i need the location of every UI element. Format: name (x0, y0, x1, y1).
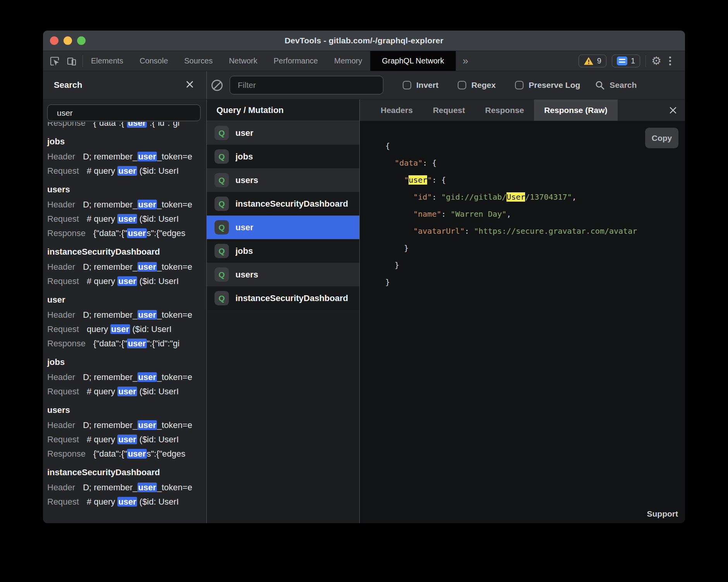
search-result-line[interactable]: Request# query user ($id: UserI (47, 432, 206, 447)
clear-log-icon[interactable] (211, 80, 223, 91)
checkbox[interactable] (403, 81, 411, 89)
checkbox[interactable] (458, 81, 466, 89)
search-result-line[interactable]: Request# query user ($id: UserI (47, 495, 206, 509)
search-query-input[interactable] (47, 104, 201, 121)
device-toolbar-icon[interactable] (66, 56, 77, 67)
close-search-icon[interactable] (185, 80, 194, 90)
search-result-title[interactable]: users (47, 402, 206, 418)
json-line: "data": { (385, 154, 685, 171)
query-row[interactable]: Qusers (207, 168, 359, 192)
more-tabs-button[interactable]: » (456, 51, 475, 71)
query-row[interactable]: Qjobs (207, 239, 359, 263)
json-token (385, 158, 395, 168)
checkbox[interactable] (515, 81, 524, 89)
json-token: : { (422, 158, 436, 168)
devtools-tab[interactable]: GraphQL Network (370, 51, 455, 71)
response-raw-view: Copy { "data": { "user": { "id": "gid://… (360, 121, 685, 523)
search-result-line[interactable]: HeaderD; remember_user_token=e (47, 308, 206, 322)
search-panel-header: Search (43, 71, 207, 99)
search-result-line[interactable]: HeaderD; remember_user_token=e (47, 480, 206, 495)
devtools-tab[interactable]: Network (221, 51, 265, 71)
search-icon (595, 80, 605, 90)
query-list-header: Query / Mutation (207, 99, 359, 121)
search-result-group: usersHeaderD; remember_user_token=eReque… (47, 402, 206, 461)
search-result-line[interactable]: Request# query user ($id: UserI (47, 212, 206, 226)
query-row[interactable]: QinstanceSecurityDashboard (207, 192, 359, 216)
json-token: "gid://gitlab/ (441, 192, 507, 202)
search-result-text: # query (87, 214, 118, 224)
inspect-element-icon[interactable] (49, 56, 60, 67)
detail-tab[interactable]: Headers (371, 99, 423, 121)
search-result-line[interactable]: Response{"data":{"users":{"edges (47, 447, 206, 461)
search-result-line[interactable]: HeaderD; remember_user_token=e (47, 370, 206, 384)
detail-tab[interactable]: Response (475, 99, 534, 121)
search-result-title[interactable]: jobs (47, 354, 206, 370)
query-type-badge: Q (215, 173, 229, 187)
search-panel-title: Search (54, 80, 82, 90)
devtools-tab[interactable]: Elements (83, 51, 131, 71)
search-result-text: D; remember_ (83, 483, 137, 492)
search-result-line[interactable]: HeaderD; remember_user_token=e (47, 197, 206, 212)
close-window-button[interactable] (50, 36, 58, 45)
close-detail-icon[interactable] (669, 99, 677, 121)
query-row[interactable]: Qusers (207, 263, 359, 286)
search-result-title[interactable]: instanceSecurityDashboard (47, 465, 206, 480)
search-result-title[interactable]: users (47, 182, 206, 197)
search-result-line[interactable]: Request# query user ($id: UserI (47, 274, 206, 288)
search-result-label: Response (47, 228, 86, 238)
devtools-tab[interactable]: Performance (266, 51, 326, 71)
json-token: { (385, 141, 390, 151)
kebab-menu-icon[interactable] (667, 56, 673, 65)
search-result-title[interactable]: user (47, 292, 206, 308)
json-token: "name" (413, 209, 441, 219)
search-result-line[interactable]: Requestquery user ($id: UserI (47, 322, 206, 336)
search-result-text: {"data":{" (93, 339, 127, 348)
search-result-label: Request (47, 276, 79, 286)
devtools-tab[interactable]: Memory (326, 51, 370, 71)
query-row[interactable]: Quser (207, 121, 359, 145)
detail-panel: HeadersRequestResponseResponse (Raw) Cop… (360, 99, 685, 523)
search-result-line[interactable]: Response{"data":{"user":{"id":"gi (47, 336, 206, 351)
search-result-line[interactable]: Request# query user ($id: UserI (47, 384, 206, 399)
warnings-badge[interactable]: 9 (579, 55, 606, 67)
copy-button[interactable]: Copy (645, 128, 678, 148)
search-match-highlight: user (117, 387, 137, 396)
search-match-highlight: user (137, 200, 157, 209)
search-result-line[interactable]: HeaderD; remember_user_token=e (47, 260, 206, 274)
detail-tab[interactable]: Request (423, 99, 475, 121)
toolbar-divider (646, 55, 646, 67)
devtools-tab[interactable]: Console (131, 51, 176, 71)
detail-tab[interactable]: Response (Raw) (534, 99, 617, 121)
search-result-line[interactable]: Request# query user ($id: UserI (47, 164, 206, 178)
search-result-title[interactable]: instanceSecurityDashboard (47, 244, 206, 260)
search-toggle[interactable]: Search (595, 80, 637, 90)
search-result-label: Response (47, 122, 86, 128)
json-token: , (572, 192, 577, 202)
search-result-line[interactable]: HeaderD; remember_user_token=e (47, 418, 206, 432)
search-result-line[interactable]: Response{"data":{"user":{"id":"gi (47, 122, 206, 130)
query-row[interactable]: Quser (207, 216, 359, 239)
message-icon (617, 56, 627, 65)
json-token: "avatarUrl" (413, 226, 464, 236)
minimize-window-button[interactable] (64, 36, 72, 45)
json-token (385, 175, 404, 185)
json-token: "id" (413, 192, 432, 202)
zoom-window-button[interactable] (77, 36, 86, 45)
search-result-line[interactable]: HeaderD; remember_user_token=e (47, 149, 206, 164)
filter-input[interactable] (230, 76, 383, 94)
support-link[interactable]: Support (647, 509, 678, 519)
search-result-line[interactable]: Response{"data":{"users":{"edges (47, 226, 206, 240)
issues-badge[interactable]: 1 (612, 55, 640, 67)
json-token (385, 226, 413, 236)
title-bar: DevTools - gitlab.com/-/graphql-explorer (43, 31, 685, 51)
search-result-text: # query (87, 276, 118, 286)
search-result-title[interactable]: jobs (47, 134, 206, 149)
settings-gear-icon[interactable]: ⚙ (651, 55, 661, 67)
devtools-tab[interactable]: Sources (176, 51, 221, 71)
query-row[interactable]: QinstanceSecurityDashboard (207, 286, 359, 310)
query-row[interactable]: Qjobs (207, 145, 359, 168)
json-line: } (385, 240, 685, 257)
search-result-label: Header (47, 310, 75, 320)
search-result-text: ($id: UserI (137, 214, 179, 224)
checkbox-label: Invert (416, 80, 438, 90)
